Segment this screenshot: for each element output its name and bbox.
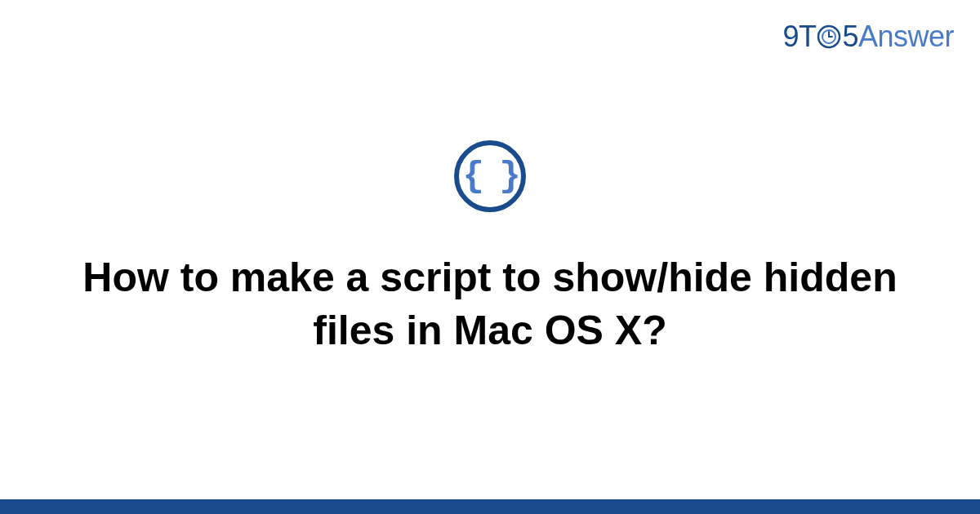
footer-bar	[0, 499, 980, 514]
question-title: How to make a script to show/hide hidden…	[82, 251, 898, 357]
category-icon-wrapper: { }	[454, 140, 526, 212]
code-braces-icon: { }	[454, 140, 526, 212]
main-content: { } How to make a script to show/hide hi…	[0, 0, 980, 514]
